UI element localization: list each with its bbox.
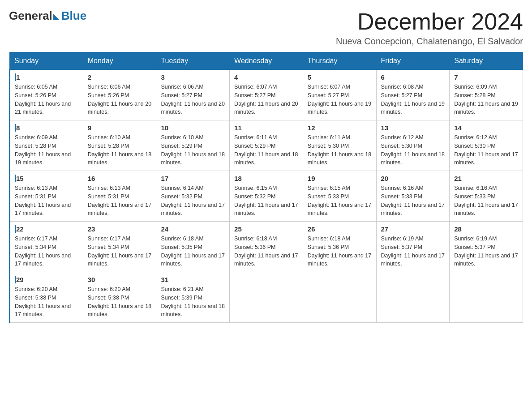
day-number: 29: [15, 276, 78, 283]
day-info: Sunrise: 6:17 AMSunset: 5:34 PMDaylight:…: [15, 235, 78, 268]
day-info: Sunrise: 6:21 AMSunset: 5:39 PMDaylight:…: [161, 285, 225, 319]
calendar-cell: 29Sunrise: 6:20 AMSunset: 5:38 PMDayligh…: [10, 272, 83, 323]
day-number: 25: [234, 225, 298, 233]
calendar-cell: 5Sunrise: 6:07 AMSunset: 5:27 PMDaylight…: [303, 70, 376, 120]
day-number: 9: [88, 124, 152, 132]
calendar-cell: 1Sunrise: 6:05 AMSunset: 5:26 PMDaylight…: [10, 70, 83, 120]
day-info: Sunrise: 6:13 AMSunset: 5:31 PMDaylight:…: [88, 184, 152, 218]
day-info: Sunrise: 6:10 AMSunset: 5:29 PMDaylight:…: [161, 133, 225, 167]
calendar-cell: 7Sunrise: 6:09 AMSunset: 5:28 PMDaylight…: [450, 70, 523, 120]
day-info: Sunrise: 6:19 AMSunset: 5:37 PMDaylight:…: [454, 235, 518, 268]
day-number: 8: [15, 124, 78, 132]
calendar-cell: 28Sunrise: 6:19 AMSunset: 5:37 PMDayligh…: [450, 222, 523, 272]
day-info: Sunrise: 6:17 AMSunset: 5:34 PMDaylight:…: [88, 235, 152, 268]
day-info: Sunrise: 6:15 AMSunset: 5:33 PMDaylight:…: [308, 184, 372, 218]
calendar-cell: 20Sunrise: 6:16 AMSunset: 5:33 PMDayligh…: [376, 171, 450, 222]
calendar-table: SundayMondayTuesdayWednesdayThursdayFrid…: [9, 52, 523, 323]
day-number: 12: [308, 124, 372, 132]
day-info: Sunrise: 6:11 AMSunset: 5:29 PMDaylight:…: [234, 133, 298, 167]
calendar-cell: 18Sunrise: 6:15 AMSunset: 5:32 PMDayligh…: [230, 171, 303, 222]
day-of-week-header: Friday: [376, 52, 450, 70]
day-of-week-header: Wednesday: [230, 52, 303, 70]
day-info: Sunrise: 6:10 AMSunset: 5:28 PMDaylight:…: [88, 133, 152, 167]
day-of-week-header: Monday: [83, 52, 156, 70]
day-number: 11: [234, 124, 298, 132]
calendar-cell: 17Sunrise: 6:14 AMSunset: 5:32 PMDayligh…: [156, 171, 230, 222]
day-number: 16: [88, 175, 152, 182]
day-number: 17: [161, 175, 225, 182]
calendar-cell: 9Sunrise: 6:10 AMSunset: 5:28 PMDaylight…: [83, 120, 156, 171]
day-number: 27: [381, 225, 445, 233]
calendar-week-row: 22Sunrise: 6:17 AMSunset: 5:34 PMDayligh…: [10, 222, 523, 272]
day-info: Sunrise: 6:06 AMSunset: 5:26 PMDaylight:…: [88, 83, 152, 116]
calendar-cell: 25Sunrise: 6:18 AMSunset: 5:36 PMDayligh…: [230, 222, 303, 272]
day-info: Sunrise: 6:20 AMSunset: 5:38 PMDaylight:…: [15, 285, 78, 319]
calendar-cell: [230, 272, 303, 323]
day-info: Sunrise: 6:09 AMSunset: 5:28 PMDaylight:…: [454, 83, 518, 116]
calendar-cell: [450, 272, 523, 323]
calendar-cell: 11Sunrise: 6:11 AMSunset: 5:29 PMDayligh…: [230, 120, 303, 171]
calendar-cell: [376, 272, 450, 323]
day-info: Sunrise: 6:16 AMSunset: 5:33 PMDaylight:…: [454, 184, 518, 218]
day-number: 7: [454, 73, 518, 81]
calendar-cell: 31Sunrise: 6:21 AMSunset: 5:39 PMDayligh…: [156, 272, 230, 323]
title-area: December 2024 Nueva Concepcion, Chalaten…: [336, 9, 523, 47]
logo-arrow-icon: [53, 14, 60, 20]
calendar-week-row: 1Sunrise: 6:05 AMSunset: 5:26 PMDaylight…: [10, 70, 523, 120]
calendar-cell: 6Sunrise: 6:08 AMSunset: 5:27 PMDaylight…: [376, 70, 450, 120]
day-number: 13: [381, 124, 445, 132]
day-number: 2: [88, 73, 152, 81]
day-number: 21: [454, 175, 518, 182]
day-info: Sunrise: 6:11 AMSunset: 5:30 PMDaylight:…: [308, 133, 372, 167]
logo: General Blue: [9, 9, 86, 23]
calendar-cell: 13Sunrise: 6:12 AMSunset: 5:30 PMDayligh…: [376, 120, 450, 171]
day-number: 6: [381, 73, 445, 81]
day-number: 3: [161, 73, 225, 81]
day-number: 15: [15, 175, 78, 182]
calendar-cell: 2Sunrise: 6:06 AMSunset: 5:26 PMDaylight…: [83, 70, 156, 120]
day-info: Sunrise: 6:19 AMSunset: 5:37 PMDaylight:…: [381, 235, 445, 268]
day-info: Sunrise: 6:13 AMSunset: 5:31 PMDaylight:…: [15, 184, 78, 218]
day-number: 22: [15, 225, 78, 233]
day-info: Sunrise: 6:06 AMSunset: 5:27 PMDaylight:…: [161, 83, 225, 116]
day-info: Sunrise: 6:20 AMSunset: 5:38 PMDaylight:…: [88, 285, 152, 319]
day-info: Sunrise: 6:07 AMSunset: 5:27 PMDaylight:…: [308, 83, 372, 116]
calendar-cell: 12Sunrise: 6:11 AMSunset: 5:30 PMDayligh…: [303, 120, 376, 171]
calendar-cell: 15Sunrise: 6:13 AMSunset: 5:31 PMDayligh…: [10, 171, 83, 222]
day-info: Sunrise: 6:18 AMSunset: 5:36 PMDaylight:…: [308, 235, 372, 268]
location-subtitle: Nueva Concepcion, Chalatenango, El Salva…: [336, 36, 523, 47]
page-header: General Blue December 2024 Nueva Concepc…: [9, 9, 523, 47]
calendar-week-row: 29Sunrise: 6:20 AMSunset: 5:38 PMDayligh…: [10, 272, 523, 323]
day-info: Sunrise: 6:18 AMSunset: 5:35 PMDaylight:…: [161, 235, 225, 268]
day-info: Sunrise: 6:05 AMSunset: 5:26 PMDaylight:…: [15, 83, 78, 116]
calendar-cell: 10Sunrise: 6:10 AMSunset: 5:29 PMDayligh…: [156, 120, 230, 171]
day-number: 14: [454, 124, 518, 132]
calendar-cell: [303, 272, 376, 323]
day-of-week-header: Saturday: [450, 52, 523, 70]
day-info: Sunrise: 6:18 AMSunset: 5:36 PMDaylight:…: [234, 235, 298, 268]
calendar-cell: 22Sunrise: 6:17 AMSunset: 5:34 PMDayligh…: [10, 222, 83, 272]
day-number: 24: [161, 225, 225, 233]
day-of-week-header: Tuesday: [156, 52, 230, 70]
day-number: 31: [161, 276, 225, 283]
calendar-cell: 27Sunrise: 6:19 AMSunset: 5:37 PMDayligh…: [376, 222, 450, 272]
day-of-week-header: Thursday: [303, 52, 376, 70]
day-info: Sunrise: 6:07 AMSunset: 5:27 PMDaylight:…: [234, 83, 298, 116]
calendar-cell: 4Sunrise: 6:07 AMSunset: 5:27 PMDaylight…: [230, 70, 303, 120]
day-number: 26: [308, 225, 372, 233]
day-number: 4: [234, 73, 298, 81]
day-info: Sunrise: 6:09 AMSunset: 5:28 PMDaylight:…: [15, 133, 78, 167]
calendar-cell: 23Sunrise: 6:17 AMSunset: 5:34 PMDayligh…: [83, 222, 156, 272]
calendar-cell: 26Sunrise: 6:18 AMSunset: 5:36 PMDayligh…: [303, 222, 376, 272]
day-number: 5: [308, 73, 372, 81]
month-title: December 2024: [336, 9, 523, 34]
day-number: 18: [234, 175, 298, 182]
calendar-week-row: 8Sunrise: 6:09 AMSunset: 5:28 PMDaylight…: [10, 120, 523, 171]
calendar-cell: 24Sunrise: 6:18 AMSunset: 5:35 PMDayligh…: [156, 222, 230, 272]
day-info: Sunrise: 6:12 AMSunset: 5:30 PMDaylight:…: [454, 133, 518, 167]
calendar-cell: 19Sunrise: 6:15 AMSunset: 5:33 PMDayligh…: [303, 171, 376, 222]
calendar-cell: 8Sunrise: 6:09 AMSunset: 5:28 PMDaylight…: [10, 120, 83, 171]
day-number: 10: [161, 124, 225, 132]
day-info: Sunrise: 6:16 AMSunset: 5:33 PMDaylight:…: [381, 184, 445, 218]
day-info: Sunrise: 6:14 AMSunset: 5:32 PMDaylight:…: [161, 184, 225, 218]
